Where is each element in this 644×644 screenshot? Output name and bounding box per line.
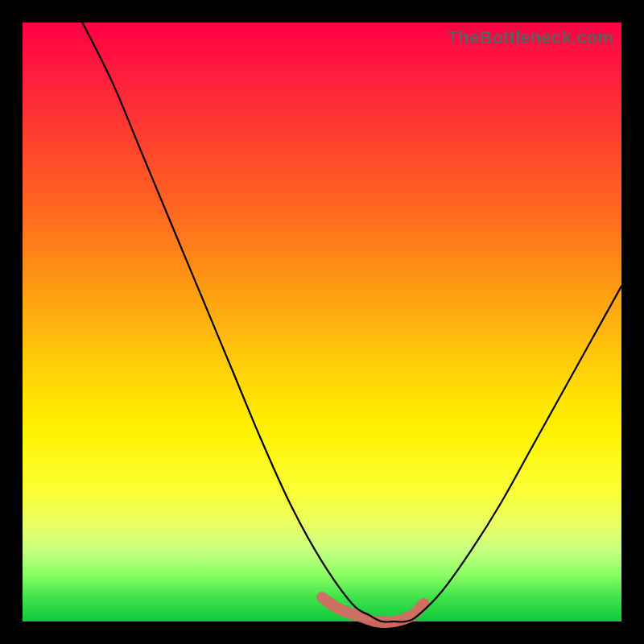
- curve-layer: [23, 23, 621, 621]
- optimal-highlight: [322, 597, 424, 622]
- plot-area: TheBottleneck.com: [23, 23, 621, 621]
- chart-frame: TheBottleneck.com: [0, 0, 644, 644]
- bottleneck-curve: [82, 23, 621, 622]
